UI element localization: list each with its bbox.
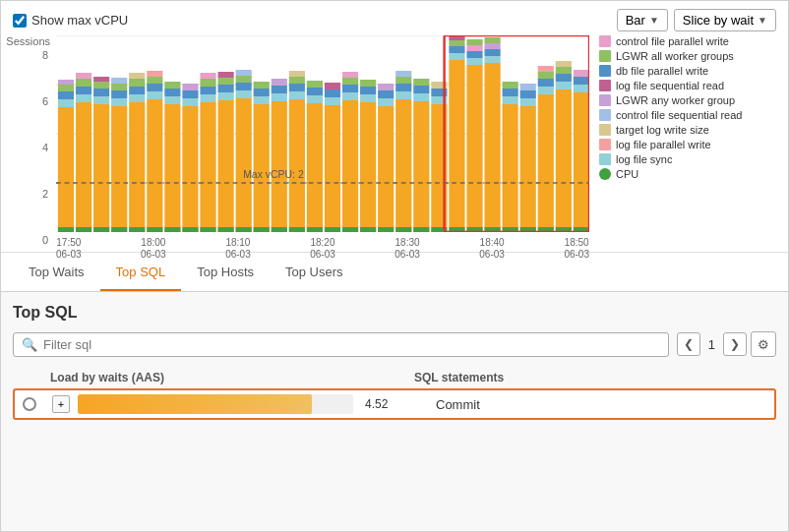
svg-rect-22 [111, 84, 127, 90]
search-box[interactable]: 🔍 [13, 332, 669, 357]
prev-page-button[interactable]: ❮ [677, 332, 700, 356]
chart-header: Show max vCPU Bar ▼ Slice by wait ▼ [13, 9, 776, 31]
svg-rect-13 [76, 73, 91, 79]
legend-item: control file sequential read [599, 109, 776, 121]
svg-rect-27 [129, 79, 145, 87]
svg-rect-19 [111, 106, 127, 232]
table-row[interactable]: + 4.52 Commit [13, 388, 776, 420]
legend-label: db file parallel write [616, 65, 708, 77]
svg-rect-12 [76, 79, 91, 87]
svg-rect-125 [520, 90, 536, 98]
search-input[interactable] [43, 337, 660, 352]
svg-rect-150 [218, 227, 234, 232]
legend-label: control file sequential read [616, 109, 742, 121]
svg-rect-15 [93, 96, 109, 104]
svg-rect-82 [342, 72, 358, 78]
svg-rect-80 [342, 85, 358, 92]
svg-rect-56 [236, 70, 252, 76]
svg-rect-115 [485, 56, 501, 63]
svg-rect-128 [538, 87, 554, 94]
radio-button[interactable] [23, 397, 36, 411]
svg-rect-104 [449, 60, 464, 232]
chart-header-left: Show max vCPU [13, 13, 128, 28]
svg-rect-126 [520, 84, 536, 90]
y-tick: 0 [42, 234, 48, 246]
row-radio[interactable] [23, 397, 52, 411]
svg-rect-129 [538, 79, 554, 87]
x-label: 18:4006-03 [479, 237, 505, 261]
search-icon: 🔍 [22, 337, 37, 352]
col-sql-header: SQL statements [414, 371, 768, 384]
bar-fill [78, 394, 312, 414]
svg-rect-84 [360, 94, 376, 102]
svg-rect-114 [485, 63, 501, 232]
legend-label: log file sync [616, 153, 672, 165]
legend-item: control file parallel write [599, 35, 776, 47]
svg-rect-142 [76, 227, 91, 232]
search-row: 🔍 ❮ 1 ❯ ⚙ [13, 331, 776, 357]
legend-label: target log write size [616, 124, 709, 136]
svg-rect-70 [307, 103, 323, 232]
legend-item: db file parallel write [599, 65, 776, 77]
chart-header-right: Bar ▼ Slice by wait ▼ [617, 9, 776, 31]
chart-type-dropdown[interactable]: Bar ▼ [617, 9, 668, 31]
slice-by-label: Slice by wait [683, 13, 754, 28]
svg-rect-45 [200, 79, 215, 87]
svg-rect-134 [556, 74, 572, 82]
svg-rect-31 [147, 84, 162, 91]
svg-rect-153 [272, 227, 287, 232]
svg-rect-149 [200, 227, 215, 232]
svg-rect-29 [147, 99, 162, 232]
svg-rect-117 [485, 43, 501, 49]
legend-item: log file sync [599, 153, 776, 165]
chevron-down-icon: ▼ [758, 15, 767, 26]
svg-rect-110 [466, 58, 482, 65]
svg-rect-145 [129, 227, 145, 232]
svg-rect-158 [360, 227, 376, 232]
svg-rect-83 [360, 102, 376, 232]
slice-by-dropdown[interactable]: Slice by wait ▼ [674, 9, 776, 31]
svg-rect-146 [147, 227, 162, 232]
svg-rect-43 [200, 94, 215, 102]
svg-rect-160 [395, 227, 411, 232]
show-max-vcpu-label[interactable]: Show max vCPU [13, 13, 128, 28]
svg-rect-23 [111, 78, 127, 84]
svg-rect-4 [58, 107, 74, 232]
legend-color-db-file-parallel [599, 65, 611, 77]
svg-rect-90 [378, 84, 394, 90]
svg-rect-159 [378, 227, 394, 232]
svg-rect-85 [360, 87, 376, 94]
svg-rect-74 [325, 105, 340, 232]
svg-rect-77 [325, 83, 340, 89]
svg-rect-95 [395, 71, 411, 77]
svg-rect-48 [218, 92, 234, 100]
svg-rect-30 [147, 91, 162, 99]
svg-rect-87 [378, 106, 394, 232]
legend-item: LGWR all worker groups [599, 50, 776, 62]
svg-rect-154 [289, 227, 305, 232]
legend-label: LGWR any worker group [616, 94, 735, 106]
svg-rect-49 [218, 85, 234, 92]
legend-label: log file sequential read [616, 80, 724, 91]
svg-rect-7 [58, 85, 74, 91]
svg-rect-41 [182, 84, 198, 90]
svg-rect-131 [538, 66, 554, 72]
svg-rect-148 [182, 227, 198, 232]
col-load-header: Load by waits (AAS) [50, 371, 414, 384]
next-page-button[interactable]: ❯ [723, 332, 747, 356]
svg-rect-96 [413, 101, 429, 232]
svg-rect-46 [200, 73, 215, 79]
svg-rect-34 [164, 104, 180, 232]
svg-rect-157 [342, 227, 358, 232]
svg-rect-94 [395, 77, 411, 84]
expand-button[interactable]: + [52, 395, 70, 413]
y-tick: 8 [42, 49, 48, 61]
svg-rect-121 [503, 89, 518, 96]
show-max-vcpu-checkbox[interactable] [13, 14, 27, 28]
svg-rect-38 [182, 106, 198, 232]
y-tick: 4 [42, 142, 48, 153]
settings-button[interactable]: ⚙ [751, 331, 776, 357]
svg-rect-147 [164, 227, 180, 232]
svg-rect-5 [58, 99, 74, 107]
sql-statement: Commit [416, 397, 766, 412]
